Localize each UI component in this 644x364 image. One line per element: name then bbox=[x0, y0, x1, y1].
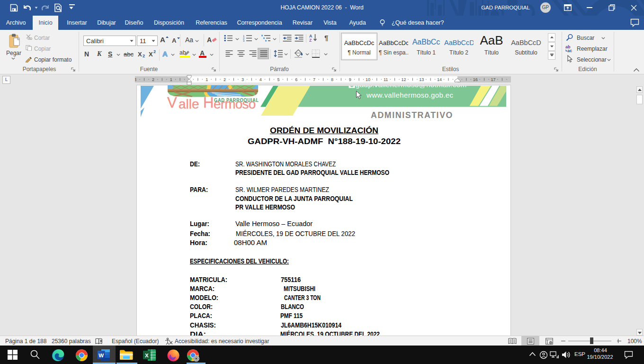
svg-text:14: 14 bbox=[437, 77, 442, 82]
svg-text:Z: Z bbox=[309, 38, 312, 42]
svg-text:1: 1 bbox=[170, 77, 172, 82]
svg-text:X: X bbox=[145, 353, 149, 358]
svg-text:1: 1 bbox=[206, 77, 208, 82]
svg-text:10: 10 bbox=[366, 77, 370, 82]
svg-text:16: 16 bbox=[473, 77, 478, 82]
svg-text:3: 3 bbox=[135, 77, 136, 82]
svg-text:17: 17 bbox=[491, 77, 495, 82]
svg-text:7: 7 bbox=[313, 77, 315, 82]
svg-text:2: 2 bbox=[152, 77, 154, 82]
svg-text:8: 8 bbox=[331, 77, 333, 82]
svg-text:3: 3 bbox=[243, 39, 245, 42]
svg-text:13: 13 bbox=[419, 77, 424, 82]
svg-text:3: 3 bbox=[242, 77, 244, 82]
svg-text:2: 2 bbox=[224, 77, 226, 82]
svg-text:6: 6 bbox=[295, 77, 297, 82]
svg-text:11: 11 bbox=[384, 77, 388, 82]
svg-text:9: 9 bbox=[349, 77, 351, 82]
svg-text:4: 4 bbox=[259, 77, 262, 82]
svg-text:W: W bbox=[98, 353, 104, 358]
svg-text:ac: ac bbox=[567, 48, 572, 52]
svg-text:5: 5 bbox=[277, 77, 279, 82]
svg-text:12: 12 bbox=[401, 77, 406, 82]
